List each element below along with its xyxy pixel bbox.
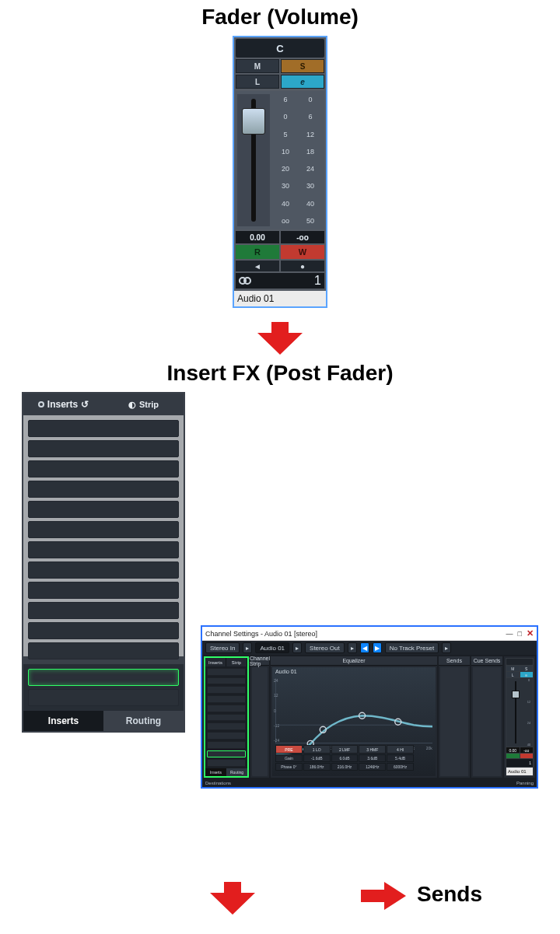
insert-slot[interactable]: [28, 582, 179, 599]
cs-footer-bar: Destinations Panning: [202, 779, 537, 787]
window-minimize-button[interactable]: —: [506, 630, 513, 638]
insert-slot[interactable]: [28, 561, 179, 579]
insert-slot[interactable]: [28, 440, 179, 457]
output-dropdown[interactable]: ▸: [348, 642, 357, 653]
mute-button[interactable]: M: [236, 59, 279, 73]
window-close-button[interactable]: ✕: [527, 628, 534, 638]
cs-insert-slot[interactable]: [207, 714, 246, 722]
eq-freq-1[interactable]: 186.0Hz: [303, 763, 331, 771]
footer-tab-inserts[interactable]: Inserts: [23, 711, 103, 731]
cs-post-fader-slot[interactable]: [207, 759, 246, 767]
insert-slot[interactable]: [28, 541, 179, 558]
peak-readout[interactable]: -oo: [281, 231, 324, 243]
mini-fader-cap[interactable]: [512, 691, 520, 698]
input-dropdown[interactable]: ▸: [243, 642, 252, 653]
track-name-field[interactable]: Audio 01: [234, 291, 326, 306]
mini-pan[interactable]: [506, 659, 533, 665]
cs-tab-inserts[interactable]: Inserts: [205, 658, 226, 666]
insert-slot[interactable]: [28, 642, 179, 659]
eq-band-1[interactable]: 1 LO: [303, 745, 331, 754]
reset-icon: ↺: [81, 399, 89, 410]
insert-slot[interactable]: [28, 501, 179, 518]
cs-insert-slot[interactable]: [207, 686, 246, 694]
cs-label-channel-strip: Channel Strip: [250, 656, 269, 666]
cs-insert-slot[interactable]: [207, 695, 246, 703]
input-routing[interactable]: Stereo In: [205, 642, 240, 653]
footer-panning[interactable]: Panning: [516, 781, 534, 785]
tab-inserts[interactable]: Inserts ↺: [23, 394, 103, 415]
footer-destinations[interactable]: Destinations: [205, 781, 231, 785]
listen-button[interactable]: L: [236, 75, 279, 89]
automation-write-button[interactable]: W: [281, 245, 324, 259]
next-channel-button[interactable]: ▶: [373, 642, 382, 653]
channel-strip-modules[interactable]: [252, 667, 268, 776]
mini-read[interactable]: [506, 754, 520, 758]
insert-slot[interactable]: [28, 481, 179, 498]
pan-readout[interactable]: C: [236, 39, 324, 58]
mini-peak[interactable]: -oo: [520, 747, 534, 753]
mini-edit[interactable]: e: [520, 672, 534, 677]
automation-read-button[interactable]: R: [236, 245, 279, 259]
eq-gain-4[interactable]: 5.4dB: [387, 754, 414, 762]
output-routing[interactable]: Stereo Out: [305, 642, 345, 653]
window-maximize-button[interactable]: □: [518, 630, 522, 638]
cs-ft-routing[interactable]: Routing: [226, 768, 247, 776]
eq-band-3[interactable]: 3 HMF: [359, 745, 386, 754]
cs-tab-strip[interactable]: Strip: [226, 658, 247, 666]
monitor-button[interactable]: ◄: [236, 261, 279, 271]
preset-dropdown[interactable]: ▸: [442, 642, 451, 653]
edit-channel-button[interactable]: e: [281, 75, 324, 89]
fader-cap[interactable]: [242, 108, 265, 135]
cue-send-slots[interactable]: [473, 667, 501, 776]
cs-insert-slot[interactable]: [207, 741, 246, 749]
flow-arrow-down-2: [210, 882, 255, 915]
cs-insert-slot[interactable]: [207, 668, 246, 676]
insert-slot[interactable]: [28, 460, 179, 477]
sends-slots[interactable]: [440, 667, 468, 776]
track-name-box[interactable]: Audio 01: [255, 642, 289, 653]
eq-gain-1[interactable]: -1.6dB: [303, 754, 331, 762]
track-preset[interactable]: No Track Preset: [385, 642, 439, 653]
eq-freq-4[interactable]: 6000Hz: [387, 763, 414, 771]
eq-freq-2[interactable]: 216.0Hz: [331, 763, 359, 771]
eq-band-4[interactable]: 4 HI: [387, 745, 414, 754]
fader-rail: [237, 94, 270, 226]
record-enable-button[interactable]: ●: [281, 261, 324, 271]
eq-band-2[interactable]: 2 LMF: [331, 745, 359, 754]
mini-mute[interactable]: M: [506, 666, 520, 671]
post-fader-insert-slot[interactable]: [28, 669, 179, 686]
cs-insert-slot[interactable]: [207, 705, 246, 712]
solo-button[interactable]: S: [281, 59, 324, 73]
eq-gain-2[interactable]: 6.0dB: [331, 754, 359, 762]
eq-freq-3[interactable]: 1246Hz: [359, 763, 386, 771]
post-fader-insert-slot[interactable]: [28, 689, 179, 706]
cs-insert-slot[interactable]: [207, 732, 246, 740]
eq-gain-label: Gain: [275, 754, 303, 762]
mini-listen[interactable]: L: [506, 672, 520, 677]
cs-insert-slot[interactable]: [207, 722, 246, 730]
eq-gain-3[interactable]: 3.6dB: [359, 754, 386, 762]
footer-tab-routing[interactable]: Routing: [103, 711, 184, 731]
insert-slot[interactable]: [28, 622, 179, 639]
eq-track-name: Audio 01: [275, 669, 297, 674]
track-dropdown[interactable]: ▸: [292, 642, 302, 653]
window-titlebar[interactable]: Channel Settings - Audio 01 [stereo] — □…: [202, 627, 537, 641]
cs-ft-inserts[interactable]: Inserts: [205, 768, 226, 776]
mini-db[interactable]: 0.00: [506, 747, 520, 753]
eq-band-pre[interactable]: PRE: [275, 745, 303, 754]
tab-strip[interactable]: ◐ Strip: [103, 394, 184, 415]
cs-insert-slot[interactable]: [207, 677, 246, 685]
eq-display[interactable]: Audio 01 24 12 0 -12 -24: [272, 667, 436, 776]
insert-slot[interactable]: [28, 521, 179, 538]
insert-slot[interactable]: [28, 420, 179, 437]
cs-post-fader-slot[interactable]: [207, 750, 246, 758]
prev-channel-button[interactable]: ◀: [360, 642, 369, 653]
eq-phase-label[interactable]: Phase 0°: [275, 763, 303, 771]
mini-track-name[interactable]: Audio 01: [506, 768, 533, 775]
mini-write[interactable]: [520, 754, 534, 758]
svg-marker-6: [210, 882, 255, 915]
gain-db-readout[interactable]: 0.00: [236, 231, 279, 243]
power-icon: [38, 401, 44, 408]
mini-solo[interactable]: S: [520, 666, 534, 671]
insert-slot[interactable]: [28, 602, 179, 619]
